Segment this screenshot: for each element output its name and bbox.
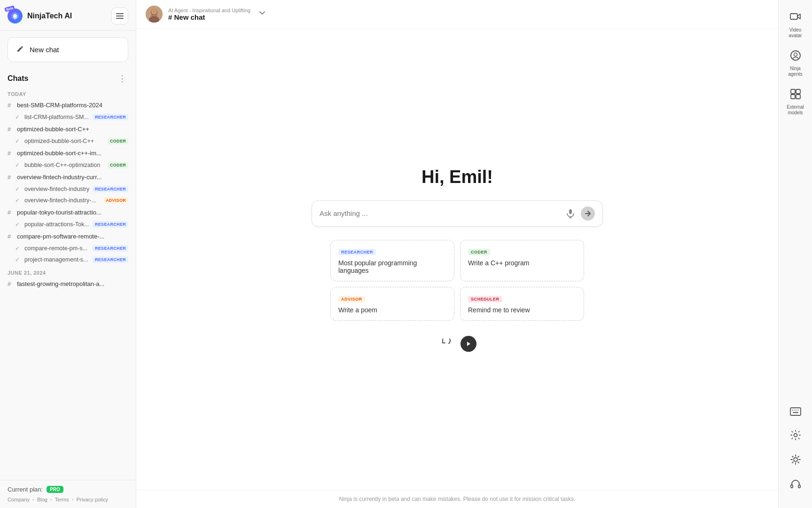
badge-researcher: RESEARCHER [93,221,128,228]
card-text-scheduler: Remind me to review [468,306,576,314]
headset-icon [790,479,801,492]
date-label-june: JUNE 21, 2024 [4,265,132,278]
right-nav-external-models[interactable]: External models [781,84,810,120]
chat-group-label: popular-tokyo-tourist-attractio... [17,209,128,216]
video-camera-icon [790,12,801,23]
play-button[interactable] [461,336,476,352]
suggestion-card-scheduler[interactable]: SCHEDULER Remind me to review [460,287,584,321]
sidebar-footer: Current plan: PRO Company • Blog • Terms… [0,480,136,508]
card-text-coder: Write a C++ program [468,259,576,267]
menu-button[interactable] [111,8,128,24]
sub-label: bubble-sort-C++-optimization [24,162,105,168]
footer-links: Company • Blog • Terms • Privacy policy [8,497,128,502]
ninja-logo-icon [11,12,19,20]
svg-rect-15 [791,89,795,94]
chat-group-label: optimized-bubble-sort-c++-im... [17,150,128,157]
current-plan-label: Current plan: [8,486,43,493]
keyboard-svg-icon [790,407,801,416]
chats-menu-button[interactable]: ⋮ [116,72,128,85]
right-nav-keyboard[interactable] [781,402,810,423]
chat-group-label: optimized-bubble-sort-C++ [17,126,128,133]
check-icon: ✓ [15,256,22,263]
edit-icon [16,44,25,55]
sub-label: popular-attractions-Tok... [24,221,90,228]
send-icon [585,210,591,217]
svg-line-32 [798,462,799,463]
badge-researcher: RESEARCHER [93,114,128,120]
sidebar: Beta NinjaTech AI New chat [0,0,136,508]
chat-group-fintech[interactable]: # overview-fintech-industry-curr... [4,171,132,183]
chat-input[interactable] [320,209,560,217]
chat-sub-list-crm[interactable]: ✓ list-CRM-platforms-SM... RESEARCHER [4,111,132,123]
suggestion-grid: RESEARCHER Most popular programming lang… [330,240,584,321]
svg-rect-2 [116,13,124,14]
suggestion-card-coder[interactable]: CODER Write a C++ program [460,240,584,281]
card-badge-researcher: RESEARCHER [338,249,376,255]
logo-icon: Beta [8,8,23,24]
new-chat-button[interactable]: New chat [8,37,128,62]
input-area [312,200,603,227]
chat-group-optimized-bubble[interactable]: # optimized-bubble-sort-C++ [4,123,132,135]
gear-icon [790,430,801,440]
svg-line-34 [798,456,799,457]
chat-group-tokyo[interactable]: # popular-tokyo-tourist-attractio... [4,206,132,219]
beta-badge: Beta [4,5,15,12]
check-icon: ✓ [15,221,22,228]
right-nav-theme[interactable] [781,450,810,472]
right-nav-headset[interactable] [781,474,810,497]
suggestion-card-advisor[interactable]: ADVISOR Write a poem [330,287,454,321]
mic-button[interactable] [565,208,576,219]
sidebar-header: Beta NinjaTech AI [0,0,136,31]
chat-sub-project-mgmt[interactable]: ✓ project-management-s... RESEARCHER [4,254,132,265]
chat-sub-tokyo[interactable]: ✓ popular-attractions-Tok... RESEARCHER [4,219,132,230]
footer-dot: • [50,497,52,502]
svg-point-8 [151,9,157,15]
svg-rect-36 [798,485,800,488]
badge-researcher: RESEARCHER [93,245,128,252]
suggestion-card-researcher[interactable]: RESEARCHER Most popular programming lang… [330,240,454,281]
hash-icon: # [8,126,14,133]
chat-sub-bubble-opt[interactable]: ✓ bubble-sort-C++-optimization CODER [4,159,132,171]
dropdown-button[interactable] [258,9,266,20]
card-badge-advisor: ADVISOR [338,296,365,302]
pro-badge: PRO [47,486,63,493]
send-button[interactable] [581,206,595,221]
sub-label: overview-fintech-industry-... [24,197,101,204]
hash-icon: # [8,174,14,181]
footer-privacy-link[interactable]: Privacy policy [77,497,108,502]
theme-icon [790,454,801,468]
refresh-button[interactable] [438,336,454,352]
sub-label: project-management-s... [24,256,90,263]
right-nav-ninja-agents[interactable]: Ninja agents [781,45,810,82]
agent-type: AI Agent - Inspirational and Uplifting [168,8,250,13]
svg-point-14 [794,53,797,56]
chats-section: Chats ⋮ TODAY # best-SMB-CRM-platforms-2… [0,69,136,480]
chat-sub-fintech-industry[interactable]: ✓ overview-fintech-industry RESEARCHER [4,183,132,195]
check-icon: ✓ [15,114,22,120]
check-icon: ✓ [15,245,22,252]
sub-label: compare-remote-pm-s... [24,245,90,252]
right-nav-settings[interactable] [781,425,810,448]
chat-sub-remote-pm[interactable]: ✓ compare-remote-pm-s... RESEARCHER [4,243,132,254]
right-nav-video-avatar[interactable]: Video avatar [781,8,810,43]
chat-group-bubble-im[interactable]: # optimized-bubble-sort-c++-im... [4,147,132,159]
topbar: AI Agent - Inspirational and Uplifting #… [136,0,778,29]
right-nav-ninja-label: Ninja agents [785,66,806,77]
chat-title: # New chat [168,13,250,21]
chat-sub-fintech-advisor[interactable]: ✓ overview-fintech-industry-... ADVISOR [4,195,132,206]
chat-group-best-smb[interactable]: # best-SMB-CRM-platforms-2024 [4,99,132,111]
svg-rect-16 [796,89,800,94]
chat-group-pm[interactable]: # compare-pm-software-remote-... [4,230,132,243]
chat-group-fastest-growing[interactable]: # fastest-growing-metropolitan-a... [4,278,132,290]
footer-company-link[interactable]: Company [8,497,30,502]
footer-terms-link[interactable]: Terms [55,497,69,502]
new-chat-label: New chat [30,46,59,54]
chat-group-label: fastest-growing-metropolitan-a... [17,280,128,287]
svg-line-33 [792,462,793,463]
chat-sub-optimized-bubble[interactable]: ✓ optimized-bubble-sort-C++ CODER [4,135,132,147]
chat-group-label: compare-pm-software-remote-... [17,233,128,240]
chat-group-label: overview-fintech-industry-curr... [17,174,128,181]
svg-point-25 [794,434,797,437]
video-icon [790,12,801,25]
footer-blog-link[interactable]: Blog [37,497,47,502]
